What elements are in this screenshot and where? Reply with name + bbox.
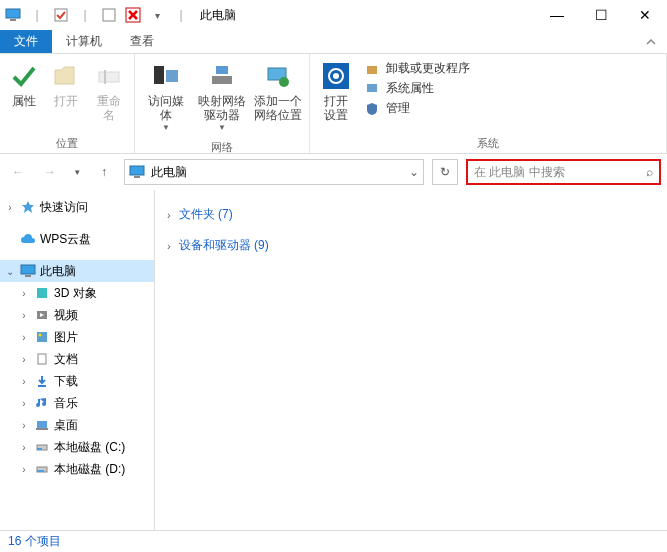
refresh-button[interactable]: ↻ — [432, 159, 458, 185]
sidebar-item-this-pc[interactable]: ⌄ 此电脑 — [0, 260, 154, 282]
chevron-right-icon[interactable]: › — [4, 202, 16, 213]
chevron-right-icon[interactable]: › — [18, 310, 30, 321]
pc-icon — [20, 263, 36, 279]
ribbon-tabs: 文件 计算机 查看 — [0, 30, 667, 54]
sidebar-item[interactable]: ›本地磁盘 (C:) — [0, 436, 154, 458]
search-icon[interactable]: ⌕ — [646, 165, 653, 179]
open-button[interactable]: 打开 — [46, 58, 86, 110]
sidebar-item[interactable]: ›文档 — [0, 348, 154, 370]
item-icon — [34, 329, 50, 345]
uninstall-programs-button[interactable]: 卸载或更改程序 — [364, 60, 470, 77]
search-placeholder: 在 此电脑 中搜索 — [474, 164, 646, 181]
checkbox-checked-icon[interactable] — [52, 6, 70, 24]
svg-rect-34 — [37, 470, 44, 472]
qat-separator: | — [172, 6, 190, 24]
window-title: 此电脑 — [200, 7, 236, 24]
navigation-pane: › 快速访问 WPS云盘 ⌄ 此电脑 ›3D 对象›视频›图片›文档›下载›音乐… — [0, 190, 155, 530]
cloud-icon — [20, 231, 36, 247]
svg-rect-16 — [367, 66, 377, 74]
chevron-right-icon[interactable]: › — [18, 464, 30, 475]
minimize-button[interactable]: — — [535, 0, 579, 30]
rename-button[interactable]: 重命名 — [88, 58, 130, 125]
item-icon — [34, 307, 50, 323]
add-network-location-button[interactable]: 添加一个 网络位置 — [251, 58, 305, 125]
ribbon-collapse-button[interactable] — [635, 30, 667, 53]
item-icon — [34, 351, 50, 367]
ribbon-group-system: 打开 设置 卸载或更改程序 系统属性 管理 系统 — [310, 54, 667, 153]
svg-rect-27 — [38, 354, 46, 364]
sidebar-item[interactable]: ›图片 — [0, 326, 154, 348]
svg-rect-1 — [10, 19, 16, 21]
item-label: 桌面 — [54, 417, 78, 434]
star-icon — [20, 199, 36, 215]
red-x-icon[interactable] — [124, 6, 142, 24]
sidebar-item[interactable]: ›音乐 — [0, 392, 154, 414]
chevron-right-icon[interactable]: › — [18, 288, 30, 299]
sidebar-item[interactable]: ›3D 对象 — [0, 282, 154, 304]
checkbox-empty-icon[interactable] — [100, 6, 118, 24]
open-settings-button[interactable]: 打开 设置 — [314, 58, 358, 125]
svg-rect-9 — [212, 76, 232, 84]
access-media-button[interactable]: 访问媒体 ▼ — [139, 58, 193, 134]
svg-rect-30 — [36, 428, 48, 430]
map-network-button[interactable]: 映射网络 驱动器 ▼ — [195, 58, 249, 134]
ribbon-group-label: 位置 — [0, 134, 134, 153]
title-bar: | | ▾ | 此电脑 — ☐ ✕ — [0, 0, 667, 30]
maximize-button[interactable]: ☐ — [579, 0, 623, 30]
manage-button[interactable]: 管理 — [364, 100, 470, 117]
sidebar-item[interactable]: ›桌面 — [0, 414, 154, 436]
svg-rect-25 — [37, 332, 47, 342]
shield-icon — [364, 101, 380, 117]
chevron-down-icon[interactable]: ⌄ — [4, 266, 16, 277]
chevron-right-icon[interactable]: › — [18, 332, 30, 343]
up-button[interactable]: ↑ — [92, 160, 116, 184]
sidebar-item[interactable]: ›本地磁盘 (D:) — [0, 458, 154, 480]
tab-view[interactable]: 查看 — [116, 30, 168, 53]
properties-button[interactable]: 属性 — [4, 58, 44, 110]
history-dropdown[interactable]: ▾ — [70, 160, 84, 184]
section-folders[interactable]: › 文件夹 (7) — [167, 206, 655, 223]
sidebar-item-quick-access[interactable]: › 快速访问 — [0, 196, 154, 218]
svg-rect-8 — [166, 70, 178, 82]
sidebar-item[interactable]: ›下载 — [0, 370, 154, 392]
sidebar-item-wps[interactable]: WPS云盘 — [0, 228, 154, 250]
section-drives[interactable]: › 设备和驱动器 (9) — [167, 237, 655, 254]
rename-icon — [93, 60, 125, 92]
back-button[interactable]: ← — [6, 160, 30, 184]
svg-rect-20 — [21, 265, 35, 274]
pc-icon — [129, 165, 145, 179]
media-server-icon — [150, 60, 182, 92]
svg-rect-29 — [37, 421, 47, 428]
body: › 快速访问 WPS云盘 ⌄ 此电脑 ›3D 对象›视频›图片›文档›下载›音乐… — [0, 190, 667, 530]
chevron-right-icon[interactable]: › — [18, 354, 30, 365]
chevron-right-icon[interactable]: › — [167, 240, 171, 252]
chevron-right-icon[interactable]: › — [18, 442, 30, 453]
navigation-row: ← → ▾ ↑ 此电脑 ⌄ ↻ 在 此电脑 中搜索 ⌕ — [0, 154, 667, 190]
svg-rect-5 — [99, 72, 119, 82]
item-icon — [34, 461, 50, 477]
search-box[interactable]: 在 此电脑 中搜索 ⌕ — [466, 159, 661, 185]
svg-rect-19 — [134, 176, 140, 178]
chevron-right-icon[interactable]: › — [18, 376, 30, 387]
item-label: 本地磁盘 (D:) — [54, 461, 125, 478]
sidebar-item[interactable]: ›视频 — [0, 304, 154, 326]
status-bar: 16 个项目 — [0, 530, 667, 552]
item-icon — [34, 439, 50, 455]
qat-dropdown-icon[interactable]: ▾ — [148, 6, 166, 24]
chevron-right-icon[interactable]: › — [167, 209, 171, 221]
svg-rect-7 — [154, 66, 164, 84]
address-bar[interactable]: 此电脑 ⌄ — [124, 159, 424, 185]
forward-button[interactable]: → — [38, 160, 62, 184]
tab-file[interactable]: 文件 — [0, 30, 52, 53]
item-icon — [34, 417, 50, 433]
chevron-right-icon[interactable]: › — [18, 398, 30, 409]
ribbon-group-location: 属性 打开 重命名 位置 — [0, 54, 135, 153]
chevron-right-icon[interactable]: › — [18, 420, 30, 431]
tab-computer[interactable]: 计算机 — [52, 30, 116, 53]
system-properties-button[interactable]: 系统属性 — [364, 80, 470, 97]
close-button[interactable]: ✕ — [623, 0, 667, 30]
ribbon-group-label: 系统 — [310, 134, 666, 153]
monitor-icon — [364, 81, 380, 97]
settings-gear-icon — [320, 60, 352, 92]
address-dropdown-icon[interactable]: ⌄ — [409, 165, 419, 179]
